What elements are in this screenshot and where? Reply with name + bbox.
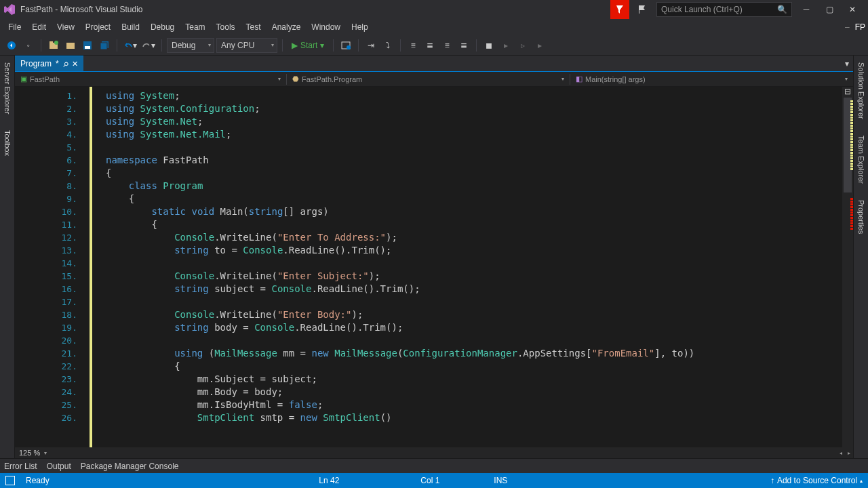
window-title: FastPath - Microsoft Visual Studio [20,5,610,14]
notification-button[interactable] [610,0,629,19]
sidebar-left: Server Explorer Toolbox [0,56,15,458]
pin-icon[interactable]: ⚲ [61,60,70,68]
close-button[interactable]: ✕ [841,0,864,19]
account-indicator[interactable]: – [840,22,855,32]
browser-link-button[interactable] [338,38,353,53]
error-list-tab[interactable]: Error List [4,462,37,471]
nav-back-button[interactable] [4,38,19,53]
status-line: Ln 42 [312,476,346,485]
svg-point-3 [54,41,58,45]
menu-bar: FileEditViewProjectBuildDebugTeamToolsTe… [0,19,868,35]
code-editor[interactable]: 1.2.3.4.5.6.7.8.9.10.11.12.13.14.15.16.1… [15,87,853,447]
step-into-icon[interactable]: ⇥ [363,38,378,53]
svg-rect-4 [66,43,75,49]
code-content[interactable]: using System;using System.Configuration;… [92,87,853,447]
output-tab[interactable]: Output [47,462,71,471]
save-all-button[interactable] [97,38,112,53]
properties-tab[interactable]: Properties [856,196,867,238]
breadcrumb-class[interactable]: ⬣ FastPath.Program ▾ [287,75,570,83]
document-tabs: Program * ⚲ ✕ ▾ [15,56,853,72]
quick-launch-input[interactable]: Quick Launch (Ctrl+Q) 🔍 [656,2,792,17]
bottom-panel-tabs: Error List Output Package Manager Consol… [0,458,868,473]
quick-launch-placeholder: Quick Launch (Ctrl+Q) [661,5,743,14]
bookmark-icon[interactable]: ◼ [481,38,496,53]
tab-label: Program [20,59,52,68]
open-file-button[interactable] [63,38,78,53]
package-manager-tab[interactable]: Package Manager Console [81,462,179,471]
start-button[interactable]: ▶ Start ▾ [288,41,328,50]
undo-button[interactable]: ▾ [122,38,138,53]
status-ins: INS [487,476,514,485]
comment-icon[interactable]: ≡ [439,38,454,53]
vs-logo-icon [4,4,15,15]
toolbar-icon-1[interactable]: ▸ [498,38,513,53]
class-icon: ⬣ [292,75,299,83]
svg-rect-6 [85,46,90,49]
svg-rect-2 [50,41,53,43]
breadcrumb-project[interactable]: ▣ FastPath ▾ [15,75,286,83]
platform-dropdown[interactable]: Any CPU [216,38,277,53]
menu-project[interactable]: Project [80,20,116,35]
tab-close-icon[interactable]: ✕ [72,60,78,68]
save-button[interactable] [80,38,95,53]
editor-area: Program * ⚲ ✕ ▾ ▣ FastPath ▾ ⬣ FastPath.… [15,56,853,458]
server-explorer-tab[interactable]: Server Explorer [2,58,13,118]
zoom-level[interactable]: 125 % [15,449,44,457]
modified-indicator: * [56,59,59,68]
profile-badge[interactable]: FP [855,22,865,32]
maximize-button[interactable]: ▢ [818,0,841,19]
new-project-button[interactable] [46,38,61,53]
minimize-button[interactable]: ─ [795,0,818,19]
title-bar: FastPath - Microsoft Visual Studio Quick… [0,0,868,19]
horizontal-scrollbar[interactable]: 125 % ▾ ◂ ▸ [15,447,853,458]
solution-explorer-tab[interactable]: Solution Explorer [856,58,867,123]
menu-edit[interactable]: Edit [26,20,52,35]
sidebar-right: Solution Explorer Team Explorer Properti… [853,56,868,458]
menu-help[interactable]: Help [346,20,374,35]
menu-view[interactable]: View [52,20,80,35]
indent-left-icon[interactable]: ≡ [406,38,420,53]
step-over-icon[interactable]: ⤵ [380,38,395,53]
publish-icon: ↑ [770,476,774,485]
toolbar-icon-3[interactable]: ▸ [532,38,547,53]
menu-file[interactable]: File [3,20,26,35]
search-icon: 🔍 [777,5,787,14]
nav-forward-button[interactable]: ◦ [21,38,36,53]
toolbar: ◦ ▾ ▾ Debug Any CPU ▶ Start ▾ ⇥ ⤵ ≡ ≣ ≡ … [0,35,868,56]
status-col: Col 1 [414,476,446,485]
menu-test[interactable]: Test [241,20,267,35]
tab-overflow-icon[interactable]: ▾ [841,56,853,71]
indent-right-icon[interactable]: ≣ [422,38,437,53]
toolbar-icon-2[interactable]: ▹ [515,38,530,53]
menu-window[interactable]: Window [306,20,346,35]
menu-build[interactable]: Build [116,20,145,35]
csharp-project-icon: ▣ [20,75,27,83]
team-explorer-tab[interactable]: Team Explorer [856,131,867,188]
uncomment-icon[interactable]: ≣ [456,38,471,53]
menu-debug[interactable]: Debug [145,20,180,35]
method-icon: ◧ [576,75,583,83]
document-tab-program[interactable]: Program * ⚲ ✕ [15,56,83,71]
source-control-button[interactable]: ↑ Add to Source Control ▴ [770,476,863,485]
flag-icon[interactable] [631,0,654,19]
menu-analyze[interactable]: Analyze [267,20,307,35]
line-gutter: 1.2.3.4.5.6.7.8.9.10.11.12.13.14.15.16.1… [15,87,90,447]
status-bar: Ready Ln 42 Col 1 INS ↑ Add to Source Co… [0,473,868,488]
menu-tools[interactable]: Tools [211,20,241,35]
config-dropdown[interactable]: Debug [167,38,214,53]
vertical-scrollbar[interactable]: ⊟ [842,87,853,447]
status-ready: Ready [19,476,56,485]
redo-button[interactable]: ▾ [140,38,157,53]
breadcrumb: ▣ FastPath ▾ ⬣ FastPath.Program ▾ ◧ Main… [15,72,853,87]
svg-point-10 [347,45,351,49]
breadcrumb-method[interactable]: ◧ Main(string[] args) ▾ [570,75,853,83]
menu-team[interactable]: Team [180,20,210,35]
toolbox-tab[interactable]: Toolbox [2,126,13,160]
window-mode-icon[interactable] [5,476,15,485]
svg-rect-8 [100,43,107,49]
